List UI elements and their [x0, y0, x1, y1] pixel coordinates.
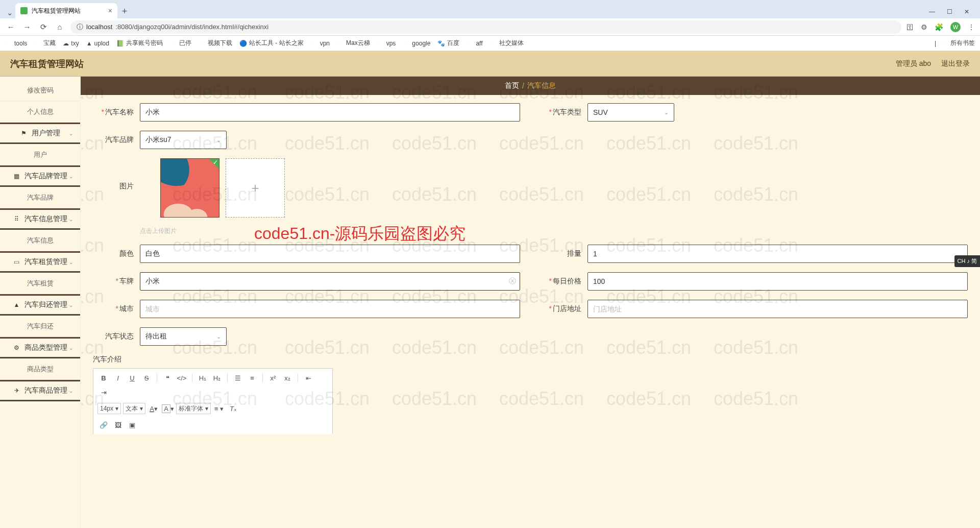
sidebar-item-product-type[interactable]: 商品类型 — [0, 358, 80, 380]
nav-reload-button[interactable]: ⟳ — [38, 21, 49, 33]
displacement-input[interactable] — [587, 245, 968, 263]
superscript-button[interactable]: x² — [267, 372, 279, 384]
bookmark-item[interactable]: 已停 — [170, 39, 191, 47]
car-name-input[interactable] — [140, 103, 520, 122]
brand-select[interactable]: 小米su7 ⌄ — [140, 131, 227, 149]
sidebar-group-product-type-mgmt[interactable]: ⚙商品类型管理⌄ — [0, 337, 80, 358]
sidebar-group-rental-mgmt[interactable]: ▭汽车租赁管理⌄ — [0, 251, 80, 273]
url-input[interactable]: ⓘ localhost:8080/djangozq00i/admin/dist/… — [70, 20, 901, 34]
bookmark-item[interactable]: 社交媒体 — [490, 39, 524, 47]
profile-avatar-icon[interactable]: W — [950, 22, 961, 32]
logout-button[interactable]: 退出登录 — [941, 59, 970, 68]
image-label: 图片 — [93, 158, 134, 191]
plate-label: *车牌 — [93, 277, 134, 286]
color-label: 颜色 — [93, 249, 134, 258]
nav-back-button[interactable]: ← — [5, 21, 16, 33]
h1-button[interactable]: H₁ — [197, 372, 209, 384]
bookmark-item[interactable]: aff — [467, 40, 482, 47]
window-minimize-button[interactable]: — — [928, 8, 936, 15]
new-tab-button[interactable]: + — [117, 4, 132, 18]
plus-icon: + — [251, 180, 259, 196]
browser-menu-icon[interactable]: ⋮ — [968, 23, 975, 31]
browser-tab[interactable]: 汽车租赁管理网站 × — [15, 3, 117, 18]
nav-home-button[interactable]: ⌂ — [54, 21, 65, 33]
daily-price-input[interactable] — [587, 272, 968, 291]
bg-color-button[interactable]: A ▾ — [162, 402, 174, 415]
color-input[interactable] — [140, 245, 520, 263]
bookmark-item[interactable]: google — [403, 40, 430, 47]
sidebar-item-change-password[interactable]: 修改密码 — [0, 80, 80, 101]
upload-image-button[interactable]: + — [226, 158, 285, 218]
video-button[interactable]: ▣ — [126, 419, 138, 431]
italic-button[interactable]: I — [112, 372, 124, 384]
sidebar-group-user-mgmt[interactable]: ⚑用户管理⌄ — [0, 123, 80, 144]
status-select[interactable]: 待出租 ⌄ — [140, 327, 227, 346]
indent-button[interactable]: ⇥ — [97, 386, 110, 398]
bookmark-item[interactable]: Max云梯 — [337, 39, 370, 47]
underline-button[interactable]: U — [126, 372, 138, 384]
outdent-button[interactable]: ⇤ — [302, 372, 314, 384]
bookmark-item[interactable]: 📗 共享账号密码 — [116, 39, 163, 47]
bookmark-item[interactable]: 视频下载 — [199, 39, 232, 47]
quote-button[interactable]: ❝ — [161, 372, 174, 384]
plate-input[interactable] — [140, 272, 520, 291]
breadcrumb-home[interactable]: 首页 — [505, 81, 519, 90]
clear-input-icon[interactable]: ⓧ — [509, 277, 516, 286]
store-input[interactable] — [587, 300, 968, 318]
text-style-select[interactable]: 文本 ▾ — [123, 403, 145, 414]
password-icon[interactable]: ⚿ — [906, 23, 914, 31]
strike-button[interactable]: S — [140, 372, 153, 384]
bookmark-item[interactable]: ▲ uplod — [86, 40, 109, 47]
bookmark-item[interactable]: vpn — [311, 40, 330, 47]
clear-format-button[interactable]: Tₓ — [227, 402, 239, 415]
sidebar-group-product-mgmt[interactable]: ✈汽车商品管理⌄ — [0, 380, 80, 401]
font-size-select[interactable]: 14px ▾ — [97, 403, 121, 414]
bookmark-item[interactable]: ☁ txy — [63, 40, 79, 47]
sidebar[interactable]: 修改密码 个人信息 ⚑用户管理⌄ 用户 ▦汽车品牌管理⌄ 汽车品牌 ⠿汽车信息管… — [0, 77, 81, 528]
sidebar-group-return-mgmt[interactable]: ▲汽车归还管理⌄ — [0, 294, 80, 316]
current-user[interactable]: 管理员 abo — [896, 59, 931, 68]
bookmark-item[interactable]: tools — [5, 40, 27, 47]
sidebar-item-brand[interactable]: 汽车品牌 — [0, 187, 80, 208]
nav-forward-button[interactable]: → — [21, 21, 33, 33]
align-button[interactable]: ≡ ▾ — [213, 402, 225, 415]
window-controls: — ☐ ✕ — [923, 8, 976, 18]
ime-indicator[interactable]: CH ♪ 简 — [954, 255, 981, 267]
code-button[interactable]: </> — [176, 372, 188, 384]
window-maximize-button[interactable]: ☐ — [945, 8, 953, 15]
toolbar-separator — [262, 373, 263, 382]
sidebar-item-profile[interactable]: 个人信息 — [0, 101, 80, 123]
unordered-list-button[interactable]: ≡ — [246, 372, 258, 384]
bookmark-item[interactable]: vps — [377, 40, 396, 47]
bold-button[interactable]: B — [97, 372, 110, 384]
extensions-icon[interactable]: 🧩 — [935, 23, 943, 31]
bookmark-item[interactable]: 🐾 百度 — [437, 39, 459, 47]
sidebar-item-return[interactable]: 汽车归还 — [0, 316, 80, 337]
city-input[interactable] — [140, 300, 520, 318]
car-type-select[interactable]: SUV ⌄ — [587, 103, 674, 122]
site-info-icon[interactable]: ⓘ — [77, 22, 83, 32]
sidebar-group-brand-mgmt[interactable]: ▦汽车品牌管理⌄ — [0, 165, 80, 187]
subscript-button[interactable]: x₂ — [281, 372, 293, 384]
uploaded-image-thumb[interactable]: ✓ — [160, 158, 219, 218]
font-family-select[interactable]: 标准字体 ▾ — [176, 403, 211, 414]
settings-icon[interactable]: ⚙ — [921, 23, 927, 31]
tab-close-icon[interactable]: × — [108, 7, 112, 15]
link-button[interactable]: 🔗 — [97, 419, 110, 431]
tab-dropdown-icon[interactable]: ⌄ — [4, 7, 15, 18]
font-color-button[interactable]: A ▾ — [148, 402, 160, 415]
sidebar-item-rental[interactable]: 汽车租赁 — [0, 273, 80, 294]
url-host: localhost — [86, 23, 112, 31]
bookmarks-separator: | — [935, 40, 936, 47]
sidebar-group-carinfo-mgmt[interactable]: ⠿汽车信息管理⌄ — [0, 208, 80, 230]
bookmark-item[interactable]: 宝藏 — [34, 39, 56, 47]
sidebar-item-carinfo[interactable]: 汽车信息 — [0, 230, 80, 251]
h2-button[interactable]: H₂ — [211, 372, 223, 384]
sidebar-item-users[interactable]: 用户 — [0, 144, 80, 165]
window-close-button[interactable]: ✕ — [963, 8, 971, 15]
image-button[interactable]: 🖼 — [112, 419, 124, 431]
chevron-down-icon: ⌄ — [69, 131, 73, 136]
bookmark-item[interactable]: 🔵 站长工具 - 站长之家 — [239, 39, 304, 47]
ordered-list-button[interactable]: ☰ — [232, 372, 244, 384]
all-bookmarks-button[interactable]: 所有书签 — [941, 39, 975, 47]
